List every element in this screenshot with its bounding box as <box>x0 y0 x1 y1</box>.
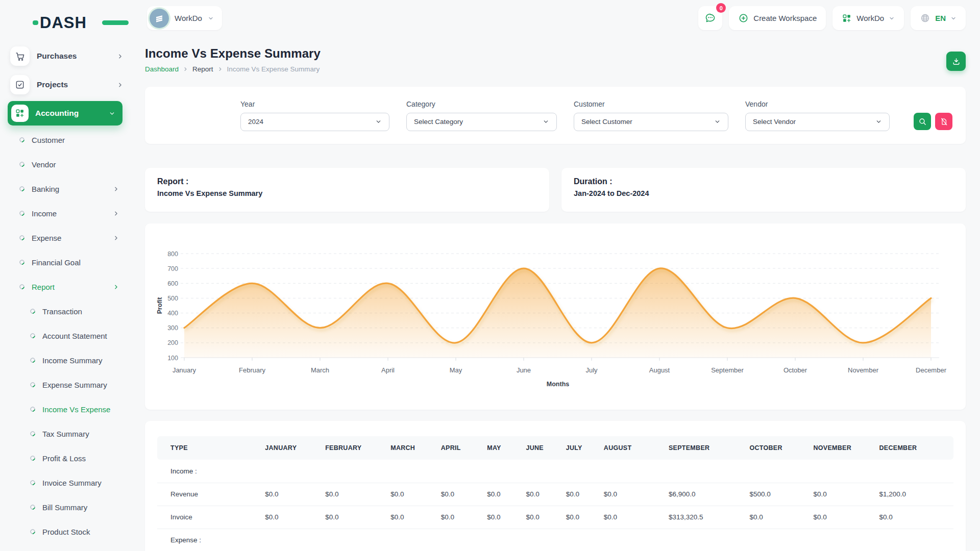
vendor-select-value: Select Vendor <box>753 118 796 126</box>
chevron-right-icon <box>113 235 119 241</box>
cell-value: $0.0 <box>483 483 522 506</box>
building-icon <box>154 13 164 23</box>
sidebar-item-bill-summary[interactable]: Bill Summary <box>0 495 133 519</box>
y-tick-label: 400 <box>167 310 178 317</box>
sidebar-item-purchases[interactable]: Purchases <box>0 42 133 70</box>
x-tick-label: January <box>173 366 197 374</box>
messages-button[interactable]: 0 <box>698 6 722 30</box>
category-select-value: Select Category <box>414 118 463 126</box>
y-tick-label: 800 <box>167 251 178 258</box>
sidebar-item-expense-summary[interactable]: Expense Summary <box>0 372 133 397</box>
language-button[interactable]: EN <box>911 6 966 30</box>
cell-value: $0.0 <box>875 506 953 529</box>
sidebar-item-income[interactable]: Income <box>0 201 133 226</box>
bullet-icon <box>18 210 26 217</box>
bullet-icon <box>29 308 36 315</box>
workspace-name: WorkDo <box>175 14 202 22</box>
sidebar-nav: PurchasesProjectsAccountingCustomerVendo… <box>0 42 133 551</box>
x-tick-label: July <box>585 366 598 374</box>
topbar: WorkDo 0 Create Workspace <box>145 0 966 30</box>
sidebar-item-tax-summary[interactable]: Tax Summary <box>0 421 133 446</box>
sidebar-item-transaction[interactable]: Transaction <box>0 299 133 323</box>
sidebar-item-product-stock[interactable]: Product Stock <box>0 519 133 544</box>
cart-icon <box>10 46 30 66</box>
sidebar-item-label: Tax Summary <box>42 430 89 438</box>
cart-icon <box>15 51 26 62</box>
year-select-value: 2024 <box>248 118 263 126</box>
vendor-select[interactable]: Select Vendor <box>745 113 890 131</box>
summary-row: Report : Income Vs Expense Summary Durat… <box>145 168 966 212</box>
y-axis-title: Profit <box>156 297 163 314</box>
x-axis-title: Months <box>547 381 569 388</box>
sidebar-item-cash-flow[interactable]: Cash Flow <box>0 544 133 551</box>
chart-svg: 100200300400500600700800JanuaryFebruaryM… <box>145 223 966 410</box>
report-card-title: Report : <box>157 177 537 186</box>
sidebar-item-income-vs-expense[interactable]: Income Vs Expense <box>0 397 133 421</box>
chevron-right-icon <box>183 66 188 72</box>
category-select[interactable]: Select Category <box>406 113 557 131</box>
breadcrumb-dashboard[interactable]: Dashboard <box>145 65 179 73</box>
chevron-down-icon <box>714 118 721 125</box>
year-select[interactable]: 2024 <box>240 113 389 131</box>
bullet-icon <box>18 283 26 290</box>
bullet-icon <box>29 528 36 535</box>
create-workspace-button[interactable]: Create Workspace <box>729 6 826 30</box>
workspace-avatar <box>150 9 169 28</box>
cell-value: $0.0 <box>809 506 875 529</box>
table-section-row-expense: Expense : <box>157 529 953 551</box>
sidebar-item-income-summary[interactable]: Income Summary <box>0 348 133 372</box>
breadcrumb-report[interactable]: Report <box>192 65 213 73</box>
workspace-selector[interactable]: WorkDo <box>147 6 222 30</box>
cell-value: $0.0 <box>522 506 561 529</box>
sidebar-item-label: Invoice Summary <box>42 479 102 487</box>
sidebar-item-expense[interactable]: Expense <box>0 226 133 250</box>
cell-value: $1,200.0 <box>875 483 953 506</box>
bullet-icon <box>18 136 26 143</box>
topbar-actions: 0 Create Workspace W <box>698 6 966 30</box>
cell-value: $0.0 <box>522 483 561 506</box>
search-icon <box>918 117 927 126</box>
x-tick-label: December <box>916 366 947 374</box>
grid-plus-icon <box>842 13 852 23</box>
y-tick-label: 500 <box>167 295 178 302</box>
cell-value: $0.0 <box>483 506 522 529</box>
sidebar-item-label: Projects <box>37 80 68 89</box>
sidebar-item-accounting[interactable]: Accounting <box>8 101 122 126</box>
cell-value: $6,900.0 <box>665 483 746 506</box>
sidebar-item-label: Expense <box>32 234 61 242</box>
download-button[interactable] <box>946 52 966 71</box>
workdo-menu-label: WorkDo <box>856 14 884 22</box>
customer-select[interactable]: Select Customer <box>574 113 728 131</box>
sidebar-item-invoice-summary[interactable]: Invoice Summary <box>0 470 133 495</box>
brand-logo[interactable]: DASH <box>33 13 109 32</box>
reset-button[interactable] <box>935 113 952 130</box>
page-title: Income Vs Expense Summary <box>145 46 321 61</box>
chevron-right-icon <box>217 66 223 72</box>
duration-card-title: Duration : <box>574 177 953 186</box>
column-header-november: NOVEMBER <box>809 436 875 460</box>
customer-select-value: Select Customer <box>581 118 632 126</box>
bullet-icon <box>29 455 36 462</box>
chevron-right-icon <box>117 53 124 60</box>
y-tick-label: 300 <box>167 324 178 332</box>
column-header-september: SEPTEMBER <box>665 436 746 460</box>
search-button[interactable] <box>914 113 931 130</box>
sidebar-item-customer[interactable]: Customer <box>0 128 133 152</box>
cell-value: $0.0 <box>321 483 386 506</box>
breadcrumb-current: Income Vs Expense Summary <box>227 65 320 73</box>
sidebar-item-account-statement[interactable]: Account Statement <box>0 323 133 348</box>
y-tick-label: 700 <box>167 265 178 272</box>
column-header-type: TYPE <box>157 436 261 460</box>
bullet-icon <box>29 357 36 364</box>
sidebar-item-projects[interactable]: Projects <box>0 70 133 99</box>
sidebar: DASH PurchasesProjectsAccountingCustomer… <box>0 0 133 551</box>
sidebar-item-vendor[interactable]: Vendor <box>0 152 133 177</box>
chevron-right-icon <box>113 186 119 192</box>
sidebar-item-profit-loss[interactable]: Profit & Loss <box>0 446 133 470</box>
grid-plus-icon <box>11 105 29 122</box>
sidebar-item-banking[interactable]: Banking <box>0 177 133 201</box>
sidebar-item-report[interactable]: Report <box>0 274 133 299</box>
row-type: Invoice <box>157 506 261 529</box>
workdo-menu-button[interactable]: WorkDo <box>832 6 904 30</box>
sidebar-item-financial-goal[interactable]: Financial Goal <box>0 250 133 274</box>
